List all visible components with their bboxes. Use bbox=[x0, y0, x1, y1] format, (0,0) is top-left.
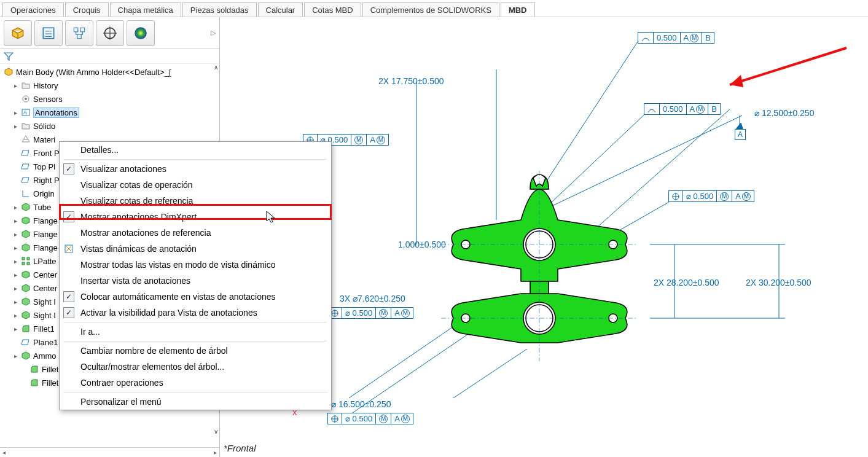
plane-icon bbox=[21, 337, 31, 347]
position-icon bbox=[672, 193, 679, 200]
fm-tab-config-manager[interactable] bbox=[65, 20, 93, 46]
ctx-cambiar-nombre[interactable]: Cambiar nombre de elemento de árbol bbox=[60, 343, 331, 359]
view-orientation-label: *Frontal bbox=[224, 443, 256, 453]
svg-point-12 bbox=[25, 98, 27, 100]
plane-icon bbox=[21, 162, 31, 171]
tree-item-history[interactable]: ▸History bbox=[0, 79, 219, 92]
ctx-personalizar[interactable]: Personalizar el menú bbox=[60, 394, 331, 410]
ctx-detalles[interactable]: Detalles... bbox=[60, 142, 331, 158]
svg-rect-19 bbox=[27, 262, 29, 265]
ctx-insertar-vista[interactable]: Insertar vista de anotaciones bbox=[60, 273, 331, 289]
ctx-mostrar-dimxpert[interactable]: ✓Mostrar anotaciones DimXpert bbox=[60, 209, 331, 225]
tab-calcular[interactable]: Calcular bbox=[258, 2, 303, 17]
tree-label: Front P bbox=[33, 149, 60, 158]
fm-tab-property-manager[interactable] bbox=[34, 20, 63, 46]
fcf-position-6[interactable]: ⌀ 0.500 M AM bbox=[327, 413, 413, 424]
funnel-icon[interactable] bbox=[4, 52, 14, 61]
tab-chapa[interactable]: Chapa metálica bbox=[110, 2, 181, 17]
tree-root[interactable]: Main Body (With Ammo Holder<<Default>_[ bbox=[0, 65, 219, 79]
tab-piezas[interactable]: Piezas soldadas bbox=[182, 2, 257, 17]
scroll-up-icon[interactable]: ∧ bbox=[214, 64, 218, 71]
config-tree-icon bbox=[71, 25, 87, 41]
dim-1-000[interactable]: 1.000±0.500 bbox=[398, 240, 446, 249]
fm-tab-feature-tree[interactable] bbox=[4, 20, 32, 46]
fm-tab-dimxpert-manager[interactable] bbox=[96, 20, 124, 46]
dim-2x-28-200[interactable]: 2X 28.200±0.500 bbox=[654, 278, 719, 287]
ctx-label: Ocultar/mostrar elementos del árbol... bbox=[80, 362, 224, 372]
ctx-ir-a[interactable]: Ir a... bbox=[60, 324, 331, 340]
tree-label: Fillet1 bbox=[33, 324, 55, 334]
fcf-profile-2[interactable]: 0.500 AM B bbox=[644, 103, 721, 115]
tab-complementos[interactable]: Complementos de SOLIDWORKS bbox=[362, 2, 499, 17]
ctx-label: Visualizar cotas de operación bbox=[80, 180, 193, 190]
tree-label: Right P bbox=[33, 176, 60, 185]
feature-icon bbox=[21, 297, 31, 307]
cube-icon bbox=[10, 25, 26, 41]
dim-dia-12-500[interactable]: ⌀ 12.500±0.250 bbox=[754, 108, 814, 118]
part-icon bbox=[4, 67, 14, 77]
ctx-label: Detalles... bbox=[80, 145, 119, 155]
fcf-position-3[interactable]: ⌀ 0.500 M AM bbox=[668, 190, 754, 202]
tree-label: History bbox=[33, 81, 58, 90]
tutorial-arrow-icon bbox=[711, 42, 853, 97]
hscroll-left-icon[interactable]: ◂ bbox=[2, 449, 6, 456]
ctx-label: Vistas dinámicas de anotación bbox=[80, 244, 197, 254]
model-body bbox=[452, 174, 627, 343]
ctx-activar-visibilidad[interactable]: ✓Activar la visibilidad para Vista de an… bbox=[60, 305, 331, 321]
ctx-label: Activar la visibilidad para Vista de ano… bbox=[80, 308, 257, 318]
fillet-icon bbox=[29, 378, 39, 388]
ctx-mostrar-referencia[interactable]: Mostrar anotaciones de referencia bbox=[60, 225, 331, 241]
tree-item-solid[interactable]: ▸Sólido bbox=[0, 119, 219, 133]
tab-croquis[interactable]: Croquis bbox=[65, 2, 109, 17]
svg-rect-0 bbox=[43, 28, 53, 38]
ctx-visualizar-anotaciones[interactable]: ✓Visualizar anotaciones bbox=[60, 161, 331, 177]
ctx-mostrar-todas-vistas[interactable]: Mostrar todas las vistas en modo de vist… bbox=[60, 257, 331, 273]
dim-3x-dia-7-620[interactable]: 3X ⌀7.620±0.250 bbox=[340, 294, 405, 303]
fcf-position-5[interactable]: ⌀ 0.500 M AM bbox=[327, 307, 413, 319]
tree-label: Tube bbox=[33, 203, 51, 212]
tree-label: Sensors bbox=[33, 95, 63, 104]
tree-label: Center bbox=[33, 270, 57, 279]
scroll-down-icon[interactable]: ∨ bbox=[214, 428, 218, 435]
folder-icon bbox=[21, 80, 31, 90]
tree-label: Sight I bbox=[33, 297, 56, 307]
ctx-label: Insertar vista de anotaciones bbox=[80, 276, 190, 286]
svg-rect-17 bbox=[27, 257, 29, 260]
position-icon bbox=[331, 415, 338, 423]
tree-item-sensors[interactable]: Sensors bbox=[0, 92, 219, 106]
sensor-icon bbox=[21, 94, 31, 104]
tab-cotas-mbd[interactable]: Cotas MBD bbox=[304, 2, 361, 17]
dyn-view-icon bbox=[63, 243, 74, 254]
ctx-vistas-dinamicas[interactable]: Vistas dinámicas de anotación bbox=[60, 241, 331, 257]
feature-icon bbox=[21, 283, 31, 293]
tab-operaciones[interactable]: Operaciones bbox=[2, 2, 64, 17]
ctx-separator bbox=[63, 159, 327, 160]
ctx-label: Mostrar anotaciones DimXpert bbox=[80, 212, 197, 222]
tree-item-annotations[interactable]: ▸AAnnotations bbox=[0, 106, 219, 119]
fm-tab-display-manager[interactable] bbox=[127, 20, 155, 46]
color-sphere-icon bbox=[133, 25, 149, 41]
ctx-contraer[interactable]: Contraer operaciones bbox=[60, 375, 331, 391]
svg-rect-4 bbox=[74, 28, 78, 32]
dim-2x-17-750[interactable]: 2X 17.750±0.500 bbox=[378, 76, 444, 86]
svg-rect-16 bbox=[22, 257, 25, 260]
ctx-separator bbox=[63, 341, 327, 342]
ctx-visualizar-cotas-op[interactable]: Visualizar cotas de operación bbox=[60, 177, 331, 193]
hscroll-right-icon[interactable]: ▸ bbox=[214, 449, 217, 456]
filter-row bbox=[0, 49, 219, 64]
tab-mbd[interactable]: MBD bbox=[501, 2, 535, 17]
check-icon: ✓ bbox=[63, 307, 74, 318]
dim-2x-30-200[interactable]: 2X 30.200±0.500 bbox=[746, 278, 811, 287]
profile-icon bbox=[647, 106, 656, 113]
ctx-ocultar-mostrar[interactable]: Ocultar/mostrar elementos del árbol... bbox=[60, 359, 331, 375]
material-icon bbox=[21, 135, 31, 144]
ctx-visualizar-cotas-ref[interactable]: Visualizar cotas de referencia bbox=[60, 193, 331, 209]
ctx-label: Cambiar nombre de elemento de árbol bbox=[80, 346, 228, 356]
fcf-profile-1[interactable]: 0.500 AM B bbox=[638, 32, 714, 44]
ctx-colocar-auto[interactable]: ✓Colocar automáticamente en vistas de an… bbox=[60, 289, 331, 305]
tree-label: Materi bbox=[33, 135, 55, 144]
panel-expand-icon[interactable]: ▷ bbox=[211, 29, 216, 37]
list-icon bbox=[41, 25, 57, 41]
svg-point-10 bbox=[135, 27, 147, 39]
datum-a[interactable]: A bbox=[735, 129, 746, 140]
